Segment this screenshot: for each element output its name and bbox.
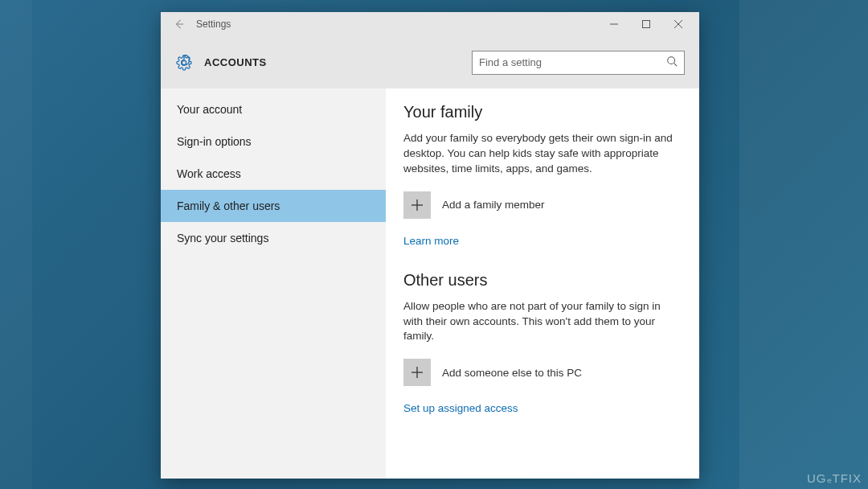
your-family-description: Add your family so everybody gets their … <box>403 131 682 177</box>
sidebar-item-label: Sign-in options <box>177 135 252 148</box>
add-family-member-row[interactable]: Add a family member <box>403 191 682 219</box>
plus-icon <box>411 199 424 212</box>
svg-point-5 <box>182 60 186 64</box>
minimize-button[interactable] <box>598 12 630 36</box>
sidebar-item-your-account[interactable]: Your account <box>161 93 386 125</box>
add-family-member-button[interactable] <box>403 191 431 219</box>
svg-line-7 <box>674 64 678 67</box>
gear-icon <box>175 54 193 72</box>
sidebar: Your account Sign-in options Work access… <box>161 88 386 479</box>
watermark: UGₑTFIX <box>807 471 862 486</box>
window-title: Settings <box>193 18 231 30</box>
other-users-description: Allow people who are not part of your fa… <box>403 299 682 345</box>
add-family-member-label: Add a family member <box>442 199 545 211</box>
add-other-user-row[interactable]: Add someone else to this PC <box>403 359 682 386</box>
body: Your account Sign-in options Work access… <box>161 88 699 479</box>
maximize-icon <box>642 20 650 28</box>
minimize-icon <box>610 20 618 28</box>
titlebar: Settings <box>161 12 699 36</box>
add-other-user-button[interactable] <box>403 359 431 386</box>
learn-more-link[interactable]: Learn more <box>403 235 459 247</box>
your-family-section: Your family Add your family so everybody… <box>403 103 682 266</box>
search-box[interactable] <box>472 51 685 75</box>
sidebar-item-label: Work access <box>177 167 241 180</box>
back-arrow-icon <box>174 18 185 30</box>
sidebar-item-sync-settings[interactable]: Sync your settings <box>161 222 386 254</box>
your-family-heading: Your family <box>403 103 682 121</box>
sidebar-item-sign-in-options[interactable]: Sign-in options <box>161 125 386 158</box>
close-button[interactable] <box>662 12 694 36</box>
add-other-user-label: Add someone else to this PC <box>442 367 582 379</box>
search-input[interactable] <box>479 56 666 68</box>
other-users-heading: Other users <box>403 271 682 290</box>
other-users-section: Other users Allow people who are not par… <box>403 271 682 434</box>
search-icon <box>666 55 678 69</box>
plus-icon <box>411 366 424 379</box>
maximize-button[interactable] <box>630 12 662 36</box>
sidebar-item-label: Your account <box>177 103 242 116</box>
sidebar-item-family-other-users[interactable]: Family & other users <box>161 190 386 222</box>
assigned-access-link[interactable]: Set up assigned access <box>403 402 518 414</box>
back-button[interactable] <box>166 18 193 30</box>
header: ACCOUNTS <box>161 36 699 88</box>
content: Your family Add your family so everybody… <box>386 88 699 479</box>
svg-point-6 <box>668 57 675 64</box>
svg-rect-2 <box>643 21 650 28</box>
sidebar-item-label: Sync your settings <box>177 232 268 244</box>
settings-window: Settings ACCOUNTS <box>161 12 699 479</box>
sidebar-item-work-access[interactable]: Work access <box>161 158 386 190</box>
page-title: ACCOUNTS <box>204 56 267 68</box>
sidebar-item-label: Family & other users <box>177 199 280 212</box>
close-icon <box>674 20 682 28</box>
